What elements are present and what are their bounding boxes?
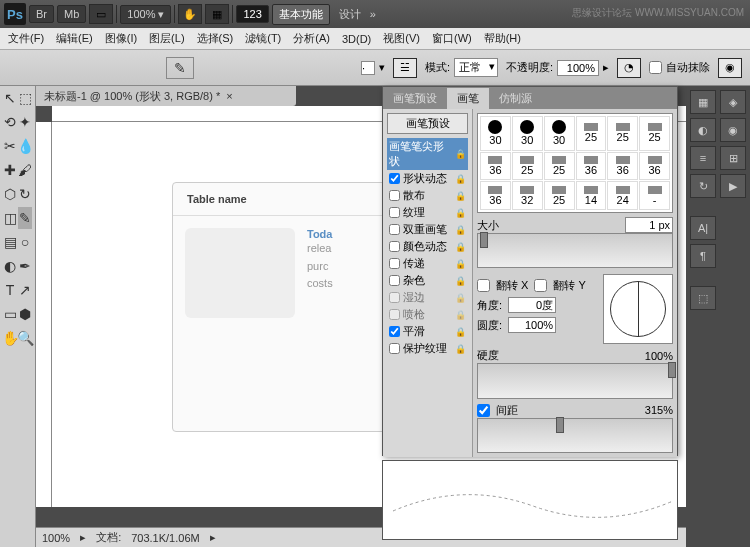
- brush-tip-cell[interactable]: 36: [607, 152, 638, 181]
- tablet-pressure2-icon[interactable]: ◉: [718, 58, 742, 78]
- menu-layer[interactable]: 图层(L): [149, 31, 184, 46]
- opacity-arrow-icon[interactable]: ▸: [603, 61, 609, 74]
- type-tool[interactable]: T: [3, 279, 17, 301]
- brush-tip-cell[interactable]: 25: [544, 181, 575, 210]
- hand-tool[interactable]: ✋: [3, 327, 17, 349]
- menu-view[interactable]: 视图(V): [383, 31, 420, 46]
- pencil-tool[interactable]: ✎: [18, 207, 32, 229]
- dodge-tool[interactable]: ◐: [3, 255, 17, 277]
- brush-tip-cell[interactable]: 25: [639, 116, 670, 151]
- menu-window[interactable]: 窗口(W): [432, 31, 472, 46]
- brush-option-2[interactable]: 散布🔒: [387, 187, 468, 204]
- actions-panel-icon[interactable]: ▶: [720, 174, 746, 198]
- more-icon[interactable]: »: [370, 8, 376, 20]
- tab-brush-preset[interactable]: 画笔预设: [383, 88, 447, 109]
- workspace-design-button[interactable]: 设计: [333, 5, 367, 24]
- brush-option-8[interactable]: 湿边🔒: [387, 289, 468, 306]
- brush-tip-cell[interactable]: 32: [512, 181, 543, 210]
- brush-tip-cell[interactable]: 30: [480, 116, 511, 151]
- brush-option-6[interactable]: 传递🔒: [387, 255, 468, 272]
- opacity-input[interactable]: [557, 60, 599, 76]
- brush-tip-cell[interactable]: 24: [607, 181, 638, 210]
- zoom-select[interactable]: 100% ▾: [120, 5, 171, 24]
- 3d-tool[interactable]: ⬢: [18, 303, 32, 325]
- brush-option-checkbox[interactable]: [389, 207, 400, 218]
- brush-option-checkbox[interactable]: [389, 173, 400, 184]
- spacing-checkbox[interactable]: [477, 404, 490, 417]
- brush-tool[interactable]: 🖌: [18, 159, 32, 181]
- adjustments-panel-icon[interactable]: ◐: [690, 118, 716, 142]
- swatches-panel-icon[interactable]: ◈: [720, 90, 746, 114]
- hardness-slider[interactable]: [477, 363, 673, 398]
- brush-option-checkbox[interactable]: [389, 326, 400, 337]
- size-slider[interactable]: [477, 233, 673, 268]
- crop-tool[interactable]: ✂: [3, 135, 17, 157]
- marquee-tool[interactable]: ⬚: [18, 87, 32, 109]
- document-tab[interactable]: 未标题-1 @ 100% (形状 3, RGB/8) * ×: [36, 86, 296, 106]
- brush-option-checkbox[interactable]: [389, 190, 400, 201]
- history-brush-tool[interactable]: ↻: [18, 183, 32, 205]
- layers-panel-icon[interactable]: ≡: [690, 146, 716, 170]
- pen-tool[interactable]: ✒: [18, 255, 32, 277]
- angle-widget[interactable]: [603, 274, 673, 344]
- close-icon[interactable]: ×: [226, 90, 232, 102]
- brush-tip-cell[interactable]: -: [639, 181, 670, 210]
- channels-panel-icon[interactable]: ⊞: [720, 146, 746, 170]
- flipx-checkbox[interactable]: [477, 279, 490, 292]
- brush-option-checkbox[interactable]: [389, 275, 400, 286]
- brush-option-checkbox[interactable]: [389, 292, 400, 303]
- path-tool[interactable]: ↗: [18, 279, 32, 301]
- brush-option-3[interactable]: 纹理🔒: [387, 204, 468, 221]
- menu-filter[interactable]: 滤镜(T): [245, 31, 281, 46]
- screen-mode-icon[interactable]: ▭: [89, 4, 113, 24]
- brush-tip-cell[interactable]: 36: [480, 152, 511, 181]
- eraser-tool[interactable]: ◫: [3, 207, 17, 229]
- flipy-checkbox[interactable]: [534, 279, 547, 292]
- menu-select[interactable]: 选择(S): [197, 31, 234, 46]
- heal-tool[interactable]: ✚: [3, 159, 17, 181]
- status-arrow-icon[interactable]: ▸: [210, 531, 216, 544]
- menu-image[interactable]: 图像(I): [105, 31, 137, 46]
- arrange-icon[interactable]: ▦: [205, 4, 229, 24]
- brush-option-checkbox[interactable]: [389, 258, 400, 269]
- brush-panel-toggle-icon[interactable]: ☱: [393, 58, 417, 78]
- pencil-icon[interactable]: ✎: [166, 57, 194, 79]
- tablet-pressure-icon[interactable]: ◔: [617, 58, 641, 78]
- tab-brush[interactable]: 画笔: [447, 88, 489, 109]
- spacing-slider[interactable]: [477, 418, 673, 453]
- menu-analysis[interactable]: 分析(A): [293, 31, 330, 46]
- angle-input[interactable]: [508, 297, 556, 313]
- menu-3d[interactable]: 3D(D): [342, 33, 371, 45]
- brush-option-10[interactable]: 平滑🔒: [387, 323, 468, 340]
- brush-option-4[interactable]: 双重画笔🔒: [387, 221, 468, 238]
- brush-option-1[interactable]: 形状动态🔒: [387, 170, 468, 187]
- brush-option-checkbox[interactable]: [389, 241, 400, 252]
- menu-file[interactable]: 文件(F): [8, 31, 44, 46]
- brush-preset-button[interactable]: 画笔预设: [387, 113, 468, 134]
- tab-clone-source[interactable]: 仿制源: [489, 88, 542, 109]
- stamp-tool[interactable]: ⬡: [3, 183, 17, 205]
- brush-preview[interactable]: ·: [361, 61, 375, 75]
- brush-option-checkbox[interactable]: [389, 343, 400, 354]
- workspace-basic-button[interactable]: 基本功能: [272, 4, 330, 25]
- character-panel-icon[interactable]: A|: [690, 216, 716, 240]
- brush-tip-cell[interactable]: 14: [576, 181, 607, 210]
- menu-help[interactable]: 帮助(H): [484, 31, 521, 46]
- bridge-button[interactable]: Br: [29, 5, 54, 23]
- brush-tip-cell[interactable]: 25: [544, 152, 575, 181]
- status-zoom[interactable]: 100%: [42, 532, 70, 544]
- mode-select[interactable]: 正常: [454, 58, 498, 77]
- brush-tip-cell[interactable]: 30: [544, 116, 575, 151]
- autoerase-checkbox[interactable]: [649, 61, 662, 74]
- brush-tip-cell[interactable]: 25: [607, 116, 638, 151]
- gradient-tool[interactable]: ▤: [3, 231, 17, 253]
- zoom-tool[interactable]: 🔍: [18, 327, 32, 349]
- roundness-input[interactable]: [508, 317, 556, 333]
- minibridge-button[interactable]: Mb: [57, 5, 86, 23]
- eyedropper-tool[interactable]: 💧: [18, 135, 32, 157]
- brush-option-0[interactable]: 画笔笔尖形状🔒: [387, 138, 468, 170]
- wand-tool[interactable]: ✦: [18, 111, 32, 133]
- brush-option-checkbox[interactable]: [389, 224, 400, 235]
- blur-tool[interactable]: ○: [18, 231, 32, 253]
- navigator-panel-icon[interactable]: ⬚: [690, 286, 716, 310]
